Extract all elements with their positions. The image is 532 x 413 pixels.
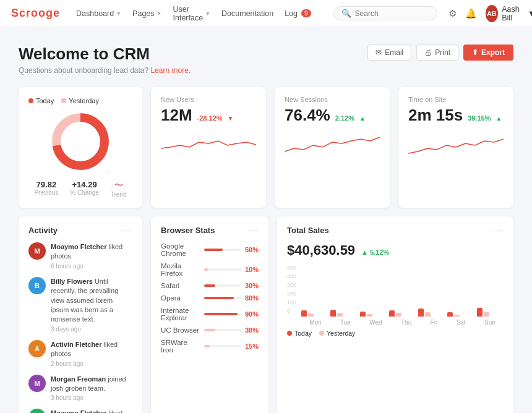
brand-logo: Scrooge [11, 7, 60, 20]
bar-day-label: Sun [484, 319, 496, 326]
top-widgets-row: Today Yesterday 79.82 Previous +14.29 % … [19, 87, 513, 208]
main-content: Welcome to CRM Questions about onboardin… [0, 27, 532, 413]
bar-yesterday [454, 315, 460, 317]
bar-yesterday [367, 314, 372, 317]
page-subtitle: Questions about onboarding lead data? Le… [19, 66, 191, 75]
page-title: Welcome to CRM [19, 45, 191, 64]
activity-card: Activity ··· M Moaymo Fletcher liked pho… [19, 216, 142, 413]
browser-list-item: Safari 30% [161, 282, 259, 289]
browser-list-item: Opera 80% [161, 294, 259, 302]
bar-yesterday [484, 312, 489, 317]
notifications-icon[interactable]: 🔔 [465, 8, 477, 19]
learn-more-link[interactable]: Learn more. [151, 66, 191, 75]
activity-content: Moaymo Fletcher liked photos 6 hours ago [51, 242, 132, 270]
bar-yesterday [425, 312, 431, 317]
donut-stats: 79.82 Previous +14.29 % Change 〜 Trend [28, 180, 132, 198]
sales-legend: Today Yesterday [287, 330, 504, 337]
bar-day-label: Mon [309, 319, 321, 326]
activity-avatar: M [28, 409, 46, 413]
browser-list-item: Mozila Firefox 10% [161, 262, 259, 277]
bar-yesterday [308, 313, 314, 317]
time-on-site-sparkline [408, 130, 504, 155]
navbar: Scrooge Dashboard ▼ Pages ▼ User Interfa… [0, 0, 532, 27]
browser-header: Browser Stats ··· [161, 225, 259, 235]
bar-group [330, 310, 357, 317]
browser-more-button[interactable]: ··· [247, 225, 259, 235]
bar-today [447, 312, 453, 317]
print-button[interactable]: 🖨 Print [416, 45, 458, 61]
search-bar[interactable]: 🔍 [333, 6, 437, 20]
nav-dashboard[interactable]: Dashboard ▼ [76, 9, 121, 18]
browser-bar-fill [204, 329, 215, 331]
bar-today [330, 310, 336, 317]
nav-pages[interactable]: Pages ▼ [132, 9, 161, 18]
donut-card: Today Yesterday 79.82 Previous +14.29 % … [19, 87, 142, 208]
up-arrow-icon: ▲ [361, 249, 368, 256]
new-users-sparkline [161, 130, 256, 155]
y-axis: 500 400 300 200 100 0 [287, 265, 296, 314]
activity-header: Activity ··· [28, 225, 132, 235]
activity-list-item: M Morgan Freoman joined josh groben team… [28, 375, 132, 402]
bar-day-label: Tue [340, 319, 351, 326]
activity-content: Moaymo Fletcher liked photos 6 hours ago [51, 409, 132, 413]
bar-today [389, 310, 395, 317]
chevron-down-icon: ▼ [116, 11, 121, 17]
activity-list-item: A Activin Fletcher liked photos 2 hours … [28, 340, 132, 367]
search-input[interactable] [355, 9, 429, 18]
search-icon: 🔍 [341, 9, 351, 18]
activity-more-button[interactable]: ··· [121, 225, 132, 235]
activity-avatar: B [28, 277, 46, 294]
export-button[interactable]: ⬆ Export [463, 45, 513, 61]
bar-group [477, 308, 504, 317]
user-menu[interactable]: AB Aash Bill ▼ [486, 5, 532, 22]
email-button[interactable]: ✉ Email [367, 45, 411, 61]
settings-icon[interactable]: ⚙ [448, 8, 457, 19]
activity-avatar: A [28, 340, 46, 357]
donut-chart [49, 111, 111, 172]
metric-new-sessions: New Sessions 76.4% 2.12% ▲ [275, 87, 390, 208]
page-header: Welcome to CRM Questions about onboardin… [19, 45, 513, 75]
bar-day-label: Wed [369, 319, 382, 326]
second-row: Activity ··· M Moaymo Fletcher liked pho… [19, 216, 513, 413]
browser-bar-wrap [204, 329, 241, 331]
chevron-down-icon: ▼ [157, 11, 162, 17]
bar-group [360, 312, 387, 317]
activity-avatar: M [28, 375, 46, 392]
bar-day-label: Thu [401, 319, 411, 326]
activity-content: Morgan Freoman joined josh groben team. … [51, 375, 132, 402]
sales-bar-chart [301, 267, 504, 317]
bar-day-label: Sat [457, 319, 466, 326]
browser-bar-wrap [204, 313, 241, 315]
bar-today [477, 308, 483, 317]
activity-content: Activin Fletcher liked photos 2 hours ag… [51, 340, 132, 367]
email-icon: ✉ [375, 48, 382, 57]
browser-bar-wrap [204, 284, 241, 287]
donut-previous: 79.82 Previous [34, 180, 58, 198]
activity-list-item: B Billy Flowers Until recently, the prev… [28, 277, 132, 333]
nav-documentation[interactable]: Documentation [221, 9, 273, 18]
sales-amount: $40,630.59 [287, 242, 355, 258]
sales-more-button[interactable]: ··· [492, 225, 504, 235]
bar-day-label: Fri [431, 319, 438, 326]
browser-list-item: SRWare Iron 15% [161, 339, 259, 354]
sales-header: Total Sales ··· [287, 225, 504, 235]
bar-yesterday [337, 313, 343, 317]
page-header-left: Welcome to CRM Questions about onboardin… [19, 45, 191, 75]
metric-time-on-site: Time on Site 2m 15s 39.15% ▲ [398, 87, 513, 208]
bar-group [389, 310, 416, 317]
bar-group [418, 309, 445, 317]
nav-log[interactable]: Log 9 [285, 9, 311, 18]
bar-labels: MonTueWedThuFriSatSun [301, 319, 504, 326]
avatar: AB [486, 5, 499, 22]
activity-list: M Moaymo Fletcher liked photos 6 hours a… [28, 242, 132, 413]
bar-today [418, 309, 424, 317]
browser-bar-wrap [204, 249, 241, 251]
browser-bar-fill [204, 249, 223, 251]
browser-stats-card: Browser Stats ··· Google Chrome 50% Mozi… [151, 216, 268, 413]
browser-list: Google Chrome 50% Mozila Firefox 10% Saf… [161, 242, 259, 354]
browser-bar-fill [204, 313, 238, 315]
browser-bar-wrap [204, 345, 241, 347]
browser-bar-wrap [204, 268, 241, 271]
user-name: Aash Bill [502, 5, 524, 22]
nav-user-interface[interactable]: User Interface ▼ [173, 5, 210, 22]
